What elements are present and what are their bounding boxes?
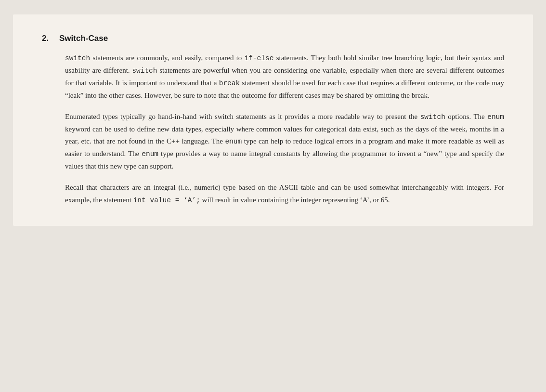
- paragraph-1: switch statements are commonly, and easi…: [65, 52, 504, 102]
- page-container: 2. Switch-Case switch statements are com…: [13, 14, 533, 226]
- code-enum-1: enum: [487, 113, 504, 121]
- code-int-value: int value = ‘A’;: [133, 196, 200, 204]
- paragraph-2: Enumerated types typically go hand-in-ha…: [65, 111, 504, 173]
- code-enum-3: enum: [142, 150, 158, 158]
- section-title: Switch-Case: [59, 34, 108, 43]
- code-if-else: if-else: [245, 54, 274, 62]
- paragraph-3: Recall that characters are an integral (…: [65, 182, 504, 207]
- code-enum-2: enum: [225, 138, 242, 145]
- code-switch-1: switch: [65, 54, 90, 62]
- code-switch-3: switch: [420, 113, 445, 121]
- code-switch-2: switch: [132, 67, 157, 75]
- section-body: switch statements are commonly, and easi…: [42, 52, 504, 207]
- section-number: 2.: [42, 34, 53, 43]
- section-header: 2. Switch-Case: [42, 34, 504, 43]
- code-break-1: break: [219, 79, 240, 87]
